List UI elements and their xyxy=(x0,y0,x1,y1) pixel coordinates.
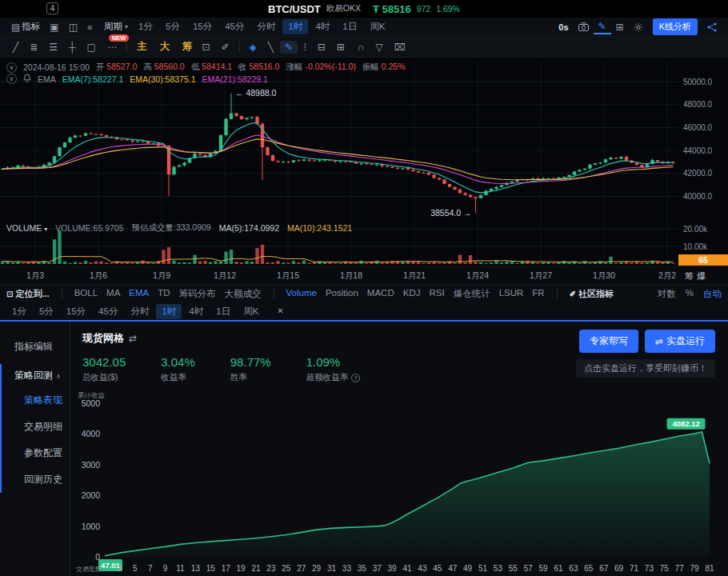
cross-line-icon[interactable]: ┼ xyxy=(64,41,81,54)
sidebar-item-indicator-edit[interactable]: 指标编辑 xyxy=(0,334,70,359)
svg-text:3: 3 xyxy=(118,564,122,573)
candlestick-chart-area[interactable]: 50000.048000.046000.044000.042000.040000… xyxy=(0,58,728,284)
timeframe-15分[interactable]: 15分 xyxy=(187,19,218,34)
indicator-MA[interactable]: MA xyxy=(106,288,120,300)
filter-icon[interactable]: ▽ xyxy=(371,41,388,54)
stat-value: 98.77% xyxy=(230,355,271,369)
delete-icon[interactable]: ⌧ xyxy=(390,41,410,54)
timeframe-1时[interactable]: 1时 xyxy=(282,19,308,34)
svg-text:37: 37 xyxy=(373,564,382,573)
lock-icon[interactable]: ⊟ xyxy=(313,41,330,54)
bottom-tab-45分[interactable]: 45分 xyxy=(93,304,123,319)
indicator-爆仓统计[interactable]: 爆仓统计 xyxy=(454,288,490,300)
more-tools-icon[interactable]: ⋯NEW xyxy=(102,41,122,54)
indicator-EMA[interactable]: EMA xyxy=(129,288,149,300)
close-tab-icon[interactable]: ✕ xyxy=(272,306,288,317)
timeframe-周K[interactable]: 周K xyxy=(364,19,390,34)
live-run-button[interactable]: ⇌实盘运行 xyxy=(645,330,715,353)
save-layout-icon[interactable]: ▣ xyxy=(45,21,63,34)
timeframe-5分[interactable]: 5分 xyxy=(160,19,186,34)
time-axis[interactable]: 1月31月61月91月121月151月181月211月241月271月302月2… xyxy=(0,266,728,284)
sidebar-item-策略表现[interactable]: 策略表现 xyxy=(2,387,70,414)
bottom-tab-分时[interactable]: 分时 xyxy=(125,304,154,319)
axis-option-对数[interactable]: 对数 xyxy=(658,288,676,300)
rectangle-icon[interactable]: ▢ xyxy=(82,41,101,54)
replay-icon[interactable]: « xyxy=(82,21,98,34)
locate-button[interactable]: ⊡ 定位到... xyxy=(6,288,50,300)
indicator-MACD[interactable]: MACD xyxy=(367,288,394,300)
indicator-label: 指标 xyxy=(22,22,40,32)
new-pane-icon[interactable]: ⊞ xyxy=(611,21,629,34)
chart-mode-大[interactable]: 大 xyxy=(154,40,174,54)
bottom-tab-4时[interactable]: 4时 xyxy=(183,304,209,319)
sidebar-item-回测历史[interactable]: 回测历史 xyxy=(2,466,70,493)
collapse-ema-icon[interactable]: ∨ xyxy=(6,74,17,84)
timeframe-45分[interactable]: 45分 xyxy=(219,19,250,34)
axis-option-%[interactable]: % xyxy=(686,288,694,300)
bottom-tab-15分[interactable]: 15分 xyxy=(61,304,91,319)
collapse-chart-icon[interactable]: ∨ xyxy=(6,62,17,73)
ruler-icon[interactable]: ╲ xyxy=(263,41,278,54)
svg-text:5000: 5000 xyxy=(82,398,101,408)
sidebar-item-交易明细[interactable]: 交易明细 xyxy=(2,414,70,440)
share-icon[interactable] xyxy=(702,21,722,34)
bookmark-icon[interactable]: ◈ xyxy=(245,41,262,54)
expert-write-button[interactable]: 专家帮写 xyxy=(579,330,638,353)
gear-icon[interactable] xyxy=(629,21,648,34)
indicator-LSUR[interactable]: LSUR xyxy=(499,288,524,300)
compare-icon[interactable]: ◫ xyxy=(64,21,82,34)
sidebar-group-title[interactable]: 策略回测∧ xyxy=(2,364,70,387)
pattern-icon[interactable]: ⦙ xyxy=(299,41,311,54)
bottom-tab-5分[interactable]: 5分 xyxy=(34,304,59,319)
bottom-tab-1日[interactable]: 1日 xyxy=(210,304,236,319)
edit-order-icon[interactable]: ⊡ xyxy=(197,41,214,54)
trend-line-icon[interactable]: ╱ xyxy=(8,41,23,54)
ema7-value: EMA(7):58227.1 xyxy=(62,74,123,84)
equity-curve-chart[interactable]: 累计收益500040003000200010000交易笔数47.01357911… xyxy=(76,388,728,574)
main-chart-canvas[interactable]: 50000.048000.046000.044000.042000.040000… xyxy=(0,58,728,266)
timeframe-分时[interactable]: 分时 xyxy=(251,19,281,34)
period-dropdown[interactable]: 周期 ▾ xyxy=(98,21,133,34)
volume-dropdown[interactable]: VOLUME ▾ xyxy=(6,223,47,233)
indicator-大额成交[interactable]: 大额成交 xyxy=(225,288,262,300)
bottom-tab-周K[interactable]: 周K xyxy=(238,304,264,319)
note-icon[interactable]: ⊞ xyxy=(332,41,350,54)
community-indicator-button[interactable]: ✐ 社区指标 xyxy=(570,288,614,300)
indicator-panel-icon[interactable]: ▤指标 xyxy=(6,21,45,34)
indicator-筹码分布[interactable]: 筹码分布 xyxy=(179,288,216,300)
sidebar-item-参数配置[interactable]: 参数配置 xyxy=(2,440,70,466)
horizontal-line-icon[interactable]: ☰ xyxy=(44,41,62,54)
bell-icon[interactable] xyxy=(23,74,31,84)
magnet-icon[interactable]: ∩ xyxy=(353,41,370,54)
indicator-BOLL[interactable]: BOLL xyxy=(74,288,98,300)
axis-option-自动[interactable]: 自动 xyxy=(703,288,722,300)
svg-text:47: 47 xyxy=(448,564,458,573)
chart-mode-筹[interactable]: 筹 xyxy=(178,40,198,54)
indicator-TD[interactable]: TD xyxy=(158,288,170,300)
draw-mode-icon[interactable]: ✎ xyxy=(594,20,611,34)
chart-mode-主[interactable]: 主 xyxy=(132,40,152,54)
kline-analysis-button[interactable]: K线分析 xyxy=(653,18,698,35)
parallel-lines-icon[interactable]: ≣ xyxy=(25,41,42,54)
svg-text:42000.0: 42000.0 xyxy=(683,169,713,178)
help-icon[interactable]: ? xyxy=(351,374,360,382)
svg-text:交易笔数: 交易笔数 xyxy=(76,566,102,573)
timeframe-1日[interactable]: 1日 xyxy=(337,19,362,34)
stat-label: 胜率 xyxy=(230,372,271,383)
indicator-Position[interactable]: Position xyxy=(326,288,358,300)
switch-strategy-icon[interactable]: ⇄ xyxy=(129,333,137,344)
indicator-KDJ[interactable]: KDJ xyxy=(403,288,421,300)
timeframe-4时[interactable]: 4时 xyxy=(310,19,335,34)
quick-draw-icon[interactable]: ✐ xyxy=(216,41,234,54)
indicator-RSI[interactable]: RSI xyxy=(429,288,444,300)
bottom-tab-1时[interactable]: 1时 xyxy=(156,304,182,319)
timeframe-1分[interactable]: 1分 xyxy=(133,19,158,34)
camera-icon[interactable] xyxy=(574,21,594,33)
indicator-FR[interactable]: FR xyxy=(532,288,544,300)
date-label: 1月9 xyxy=(153,270,170,282)
brush-icon[interactable]: ✎ xyxy=(280,41,298,54)
indicator-Volume[interactable]: Volume xyxy=(286,288,317,300)
bottom-tab-1分[interactable]: 1分 xyxy=(6,304,32,319)
chip-burst-buttons[interactable]: 筹爆 xyxy=(685,270,709,282)
date-label: 1月15 xyxy=(277,270,299,282)
